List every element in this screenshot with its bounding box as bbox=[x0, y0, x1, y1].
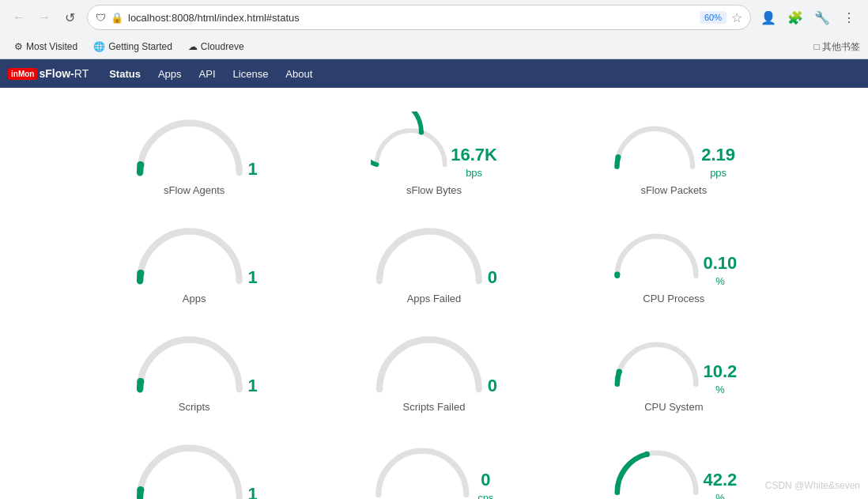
nav-menu: Status Apps API License About bbox=[101, 63, 320, 85]
nav-apps[interactable]: Apps bbox=[150, 63, 190, 85]
gauge-svg-5 bbox=[610, 220, 703, 291]
gauge-value-1: 16.7K bbox=[451, 145, 497, 164]
browser-chrome: ← → ↺ 🛡 🔒 60% ☆ 👤 🧩 🔧 ⋮ ⚙ Most Visited 🌐… bbox=[0, 0, 868, 59]
gauge-label-1: sFlow Bytes bbox=[406, 184, 462, 196]
gauge-value-wrap-9: 1 bbox=[247, 484, 257, 499]
bookmark-getting-started[interactable]: 🌐 Getting Started bbox=[87, 39, 179, 55]
extension-button[interactable]: 🧩 bbox=[784, 6, 806, 28]
gauge-container-5: 0.10 % bbox=[610, 220, 737, 291]
gauge-label-7: Scripts Failed bbox=[403, 401, 466, 413]
gauge-label-6: Scripts bbox=[179, 401, 210, 413]
gauge-svg-9 bbox=[131, 437, 248, 499]
watermark: CSDN @White&seven bbox=[765, 480, 860, 491]
bookmark-cloudreve[interactable]: ☁ Cloudreve bbox=[182, 39, 251, 55]
bookmark-label: Cloudreve bbox=[201, 41, 244, 52]
nav-license[interactable]: License bbox=[225, 63, 277, 85]
shield-icon: 🛡 bbox=[96, 12, 106, 24]
gauge-value-wrap-3: 1 bbox=[247, 267, 257, 288]
gauge-value-wrap-5: 0.10 % bbox=[704, 253, 738, 288]
gauge-svg-6 bbox=[131, 328, 248, 399]
app-logo: inMon sFlow- RT bbox=[8, 67, 89, 80]
gauge-value-wrap-0: 1 bbox=[247, 159, 257, 180]
gauge-value-8: 10.2 bbox=[704, 361, 738, 381]
gauge-value-3: 1 bbox=[247, 267, 257, 287]
bookmark-label: Most Visited bbox=[26, 41, 77, 52]
gauge-label-0: sFlow Agents bbox=[164, 184, 225, 196]
toolbar-icons: 👤 🧩 🔧 ⋮ bbox=[757, 6, 860, 28]
gauge-unit-5: % bbox=[715, 275, 725, 287]
gauge-value-2: 2.19 bbox=[701, 145, 735, 164]
address-bar[interactable] bbox=[128, 12, 695, 24]
nav-api[interactable]: API bbox=[191, 63, 224, 85]
menu-button[interactable]: ⋮ bbox=[838, 6, 860, 28]
svg-point-6 bbox=[617, 369, 622, 375]
gauge-unit-10: cps bbox=[477, 492, 493, 499]
reload-button[interactable]: ↺ bbox=[58, 6, 81, 28]
gauge-svg-8 bbox=[610, 328, 703, 399]
gauge-unit-8: % bbox=[715, 384, 725, 395]
gauge-cell-4: 0 Apps Failed bbox=[318, 212, 549, 312]
gauge-value-0: 1 bbox=[247, 159, 257, 179]
svg-point-0 bbox=[137, 161, 144, 168]
zoom-badge[interactable]: 60% bbox=[700, 11, 726, 24]
gauge-label-5: CPU Process bbox=[643, 293, 704, 304]
gauge-svg-10 bbox=[371, 437, 474, 499]
gauge-value-6: 1 bbox=[247, 376, 257, 395]
nav-status[interactable]: Status bbox=[101, 63, 149, 85]
gauge-value-9: 1 bbox=[247, 484, 257, 499]
profile-button[interactable]: 👤 bbox=[757, 6, 779, 28]
svg-point-2 bbox=[616, 154, 621, 160]
bookmarks-right[interactable]: □ 其他书签 bbox=[813, 40, 860, 54]
globe-icon: 🌐 bbox=[93, 41, 105, 52]
logo-rt: RT bbox=[74, 67, 89, 80]
gauge-container-0: 1 bbox=[131, 112, 258, 183]
gauge-value-wrap-8: 10.2 % bbox=[704, 361, 738, 396]
gauge-svg-1 bbox=[371, 112, 451, 183]
svg-point-5 bbox=[137, 378, 144, 385]
gauge-cell-9: 1 HTTP Connections bbox=[78, 429, 310, 499]
gauge-value-wrap-7: 0 bbox=[488, 376, 497, 396]
gauge-svg-4 bbox=[371, 220, 488, 291]
forward-button[interactable]: → bbox=[33, 6, 55, 28]
gauge-cell-3: 1 Apps bbox=[78, 212, 310, 312]
gauge-grid: 1 sFlow Agents 16.7K bps sFlow Bytes bbox=[78, 104, 790, 499]
back-button[interactable]: ← bbox=[8, 6, 30, 28]
gauge-svg-7 bbox=[371, 328, 488, 399]
gauge-value-7: 0 bbox=[488, 376, 497, 395]
svg-point-8 bbox=[644, 452, 650, 457]
gauge-svg-3 bbox=[131, 220, 248, 291]
extensions-button[interactable]: 🔧 bbox=[811, 6, 833, 28]
gauge-cell-6: 1 Scripts bbox=[78, 320, 310, 421]
gauge-value-wrap-2: 2.19 pps bbox=[700, 145, 737, 180]
lock-icon: 🔒 bbox=[111, 12, 123, 24]
gauge-svg-2 bbox=[610, 112, 700, 183]
gauge-cell-7: 0 Scripts Failed bbox=[318, 320, 549, 421]
gauge-value-5: 0.10 bbox=[704, 253, 738, 273]
gauge-svg-11 bbox=[610, 437, 703, 499]
gauge-container-1: 16.7K bps bbox=[371, 112, 497, 183]
gauge-cell-11: 42.2 % Memory bbox=[558, 429, 790, 499]
gauge-container-9: 1 bbox=[131, 437, 258, 499]
app-navbar: inMon sFlow- RT Status Apps API License … bbox=[0, 59, 868, 88]
gauge-container-2: 2.19 pps bbox=[610, 112, 737, 183]
main-content: 1 sFlow Agents 16.7K bps sFlow Bytes bbox=[0, 88, 868, 499]
bookmark-star-icon[interactable]: ☆ bbox=[731, 10, 742, 25]
gauge-value-wrap-1: 16.7K bps bbox=[451, 145, 497, 180]
gauge-unit-1: bps bbox=[466, 167, 482, 179]
gauge-container-3: 1 bbox=[131, 220, 258, 291]
gauge-container-8: 10.2 % bbox=[610, 328, 737, 399]
gauge-container-10: 0 cps bbox=[371, 437, 497, 499]
svg-point-7 bbox=[137, 486, 144, 493]
svg-point-1 bbox=[419, 130, 424, 134]
gauge-label-8: CPU System bbox=[644, 401, 703, 413]
gauge-cell-2: 2.19 pps sFlow Packets bbox=[558, 104, 790, 204]
gauge-unit-2: pps bbox=[710, 167, 726, 179]
gauge-cell-0: 1 sFlow Agents bbox=[78, 104, 310, 204]
gauge-unit-11: % bbox=[715, 492, 725, 499]
nav-about[interactable]: About bbox=[277, 63, 320, 85]
address-bar-container: 🛡 🔒 60% ☆ bbox=[87, 5, 751, 30]
gauge-container-6: 1 bbox=[131, 328, 258, 399]
gauge-cell-10: 0 cps HTTP Connections bbox=[318, 429, 549, 499]
gauge-value-wrap-11: 42.2 % bbox=[704, 470, 738, 499]
bookmark-most-visited[interactable]: ⚙ Most Visited bbox=[8, 39, 84, 55]
